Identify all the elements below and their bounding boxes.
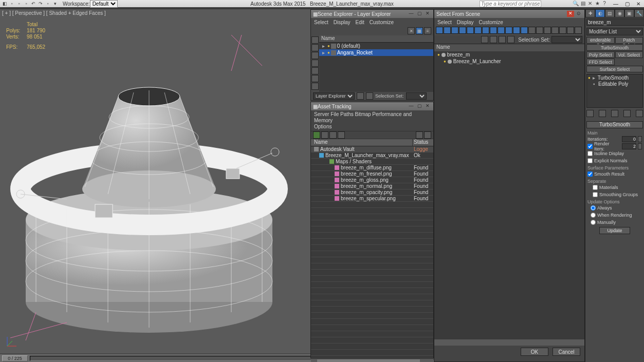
tab-modify-icon[interactable]: ◐ <box>595 9 605 17</box>
mod-btn[interactable]: FFD Select <box>586 59 615 65</box>
filter-icon[interactable] <box>482 27 489 34</box>
redo-icon[interactable]: ↷ <box>37 1 44 7</box>
cancel-button[interactable]: Cancel <box>553 348 580 356</box>
filter-icon[interactable] <box>444 27 451 34</box>
tab-display-icon[interactable]: ▣ <box>624 9 634 17</box>
asset-hscrollbar[interactable] <box>311 359 433 362</box>
help-icon[interactable]: ? <box>601 1 608 7</box>
isoline-checkbox[interactable] <box>587 151 593 156</box>
smooth-result-checkbox[interactable] <box>587 172 593 177</box>
spinner-icon[interactable] <box>638 136 642 142</box>
tab-create-icon[interactable]: ✚ <box>585 9 595 17</box>
bulb-icon[interactable]: ● <box>327 50 330 55</box>
menu-select[interactable]: Select <box>437 20 452 25</box>
minimize-icon[interactable]: — <box>408 103 415 109</box>
filter-bone-icon[interactable] <box>311 83 319 90</box>
filter-icon[interactable] <box>459 27 466 34</box>
explorer-mode-dropdown[interactable]: Layer Explorer <box>313 92 355 100</box>
close-icon[interactable]: ✕ <box>424 11 431 17</box>
footer-btn2-icon[interactable] <box>366 92 373 100</box>
asset-row[interactable]: breeze_m_fresnel.pngFound <box>311 171 433 177</box>
mod-btn[interactable]: Poly Select <box>586 51 615 58</box>
select-from-hscrollbar[interactable] <box>434 339 584 346</box>
spinner-icon[interactable] <box>638 143 642 149</box>
close-button[interactable]: ✕ <box>633 0 644 7</box>
filter-icon[interactable] <box>505 27 512 34</box>
menu-edit[interactable]: Edit <box>356 20 364 25</box>
maximize-button[interactable]: ▢ <box>621 0 633 7</box>
scene-explorer-tree[interactable]: Name ▸●0 (default) ▸●Angara_Rocket <box>319 35 433 92</box>
filter-helpers-icon[interactable] <box>311 67 319 74</box>
filter-icon[interactable] <box>551 27 559 34</box>
filter-icon[interactable] <box>567 27 574 34</box>
filter-icon[interactable] <box>451 27 458 34</box>
mod-btn[interactable]: Vol. Select <box>615 51 643 58</box>
filter-space-icon[interactable] <box>311 75 319 82</box>
asset-row[interactable]: breeze_m_diffuse.pngFound <box>311 165 433 171</box>
link-icon[interactable]: ▫ <box>44 1 51 7</box>
bulb-icon[interactable]: ● <box>588 75 591 80</box>
at-btn4-icon[interactable] <box>338 131 345 139</box>
select-from-tree[interactable]: Name ●breeze_m ●Breeze_M_Launcher <box>434 44 584 339</box>
explicit-checkbox[interactable] <box>587 158 593 163</box>
asset-grid[interactable]: Autodesk VaultLogge Breeze_M_Launcher_ma… <box>311 146 433 359</box>
viewport-perspective[interactable]: [ + ] [ Perspective ] [ Shaded + Edged F… <box>0 9 310 353</box>
column-name[interactable]: Name <box>311 139 413 146</box>
exchange-icon[interactable]: ✕ <box>586 1 594 7</box>
undo-icon[interactable]: ↶ <box>30 1 37 7</box>
selection-set-dropdown[interactable] <box>406 92 427 100</box>
asset-row[interactable]: Autodesk VaultLogge <box>311 146 433 153</box>
filter-icon[interactable] <box>521 27 528 34</box>
at-btn6-icon[interactable] <box>424 131 431 139</box>
tree-header-name[interactable]: Name <box>434 44 584 51</box>
search-icon[interactable]: 🔍 <box>572 1 579 7</box>
tool-icon[interactable] <box>507 36 514 43</box>
filter-icon[interactable] <box>513 27 520 34</box>
smoothing-groups-checkbox[interactable] <box>593 192 598 197</box>
filter-icon[interactable] <box>474 27 482 34</box>
materials-checkbox[interactable] <box>593 185 598 190</box>
tab-utilities-icon[interactable]: 🔧 <box>634 9 644 17</box>
stack-item-editable-poly[interactable]: ▪Editable Poly <box>587 81 642 87</box>
layer-row-default[interactable]: ▸●0 (default) <box>319 43 433 49</box>
filter-icon[interactable] <box>544 27 551 34</box>
make-unique-icon[interactable] <box>611 110 618 117</box>
menu-customize[interactable]: Customize <box>479 20 503 25</box>
render-iters-checkbox[interactable] <box>587 144 593 149</box>
bulb-icon[interactable]: ● <box>437 52 440 57</box>
menu-select[interactable]: Select <box>314 20 328 25</box>
filter-shapes-icon[interactable] <box>311 44 319 51</box>
asset-row[interactable]: breeze_m_normal.pngFound <box>311 183 433 189</box>
modifier-stack[interactable]: ●▸TurboSmooth ▪Editable Poly <box>586 74 643 108</box>
tree-header-name[interactable]: Name <box>319 35 433 43</box>
menu-display[interactable]: Display <box>334 20 351 25</box>
asset-tracking-titlebar[interactable]: ▦ Asset Tracking — ▢ ✕ <box>311 102 433 110</box>
remove-mod-icon[interactable] <box>623 110 631 117</box>
filter-icon[interactable] <box>467 27 474 34</box>
object-row-breeze[interactable]: ●breeze_m <box>434 51 584 58</box>
close-icon[interactable]: ✕ <box>424 103 431 109</box>
asset-row[interactable]: Maps / Shaders <box>311 159 433 165</box>
filter-icon[interactable] <box>436 27 443 34</box>
menu-display[interactable]: Display <box>457 20 474 25</box>
pin-stack-icon[interactable] <box>586 110 594 117</box>
object-name-input[interactable] <box>586 18 644 26</box>
favorites-icon[interactable]: ★ <box>594 1 601 7</box>
bulb-icon[interactable]: ● <box>444 59 446 64</box>
at-btn3-icon[interactable] <box>329 131 337 139</box>
stack-item-turbosmooth[interactable]: ●▸TurboSmooth <box>587 74 642 81</box>
ok-button[interactable]: OK <box>521 348 548 356</box>
workspace-dropdown[interactable]: Default <box>90 0 118 8</box>
when-rendering-radio[interactable] <box>591 213 596 218</box>
update-button[interactable]: Update <box>599 227 630 234</box>
object-row-launcher[interactable]: ●Breeze_M_Launcher <box>434 58 584 65</box>
mod-btn[interactable]: Patch Select <box>615 37 643 44</box>
close-icon[interactable]: ✕ <box>567 11 574 17</box>
modifier-list-dropdown[interactable]: Modifier List <box>586 28 643 35</box>
rollout-header[interactable]: TurboSmooth <box>586 121 643 128</box>
maximize-icon[interactable]: ▢ <box>416 11 423 17</box>
pin-icon[interactable]: ⊙ <box>575 11 582 17</box>
view-icon[interactable]: ▦ <box>416 27 423 34</box>
asset-row[interactable]: breeze_m_opacity.pngFound <box>311 189 433 196</box>
filter-icon[interactable] <box>536 27 543 34</box>
